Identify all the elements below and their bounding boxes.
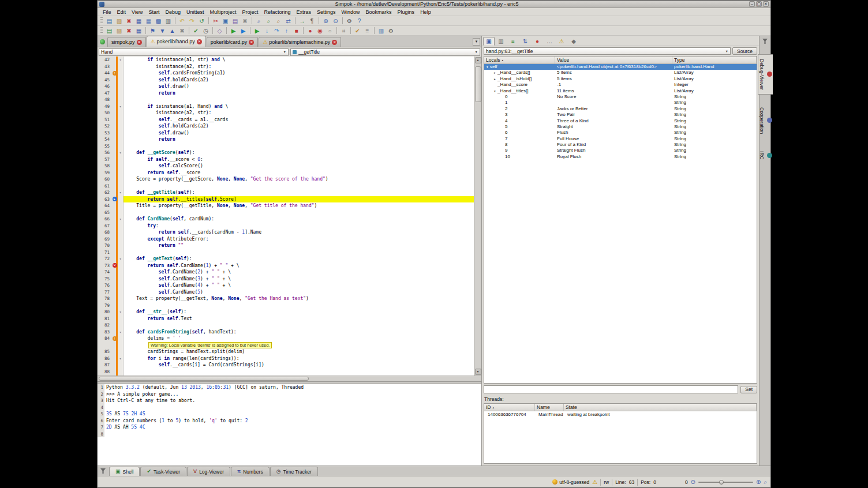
locals-row[interactable]: self<pokerlib.hand.Hand object at 0x7f63… (484, 64, 757, 70)
fold-margin[interactable] (118, 329, 124, 336)
print-button[interactable]: ▥ (163, 17, 173, 25)
menu-item-bookmarks[interactable]: Bookmarks (363, 9, 395, 16)
minimize-button[interactable] (749, 1, 755, 7)
close-tab-icon[interactable] (249, 40, 254, 45)
save-project-button[interactable]: ▦ (134, 27, 144, 35)
close-tab-icon[interactable] (197, 39, 202, 44)
bottom-tab-log-viewer[interactable]: VLog-Viewer (187, 467, 230, 476)
editor-tab-pokerlib-hand-py[interactable]: pokerlib/hand.py (147, 36, 206, 47)
menu-item-project[interactable]: Project (239, 9, 261, 16)
menu-item-plugins[interactable]: Plugins (395, 9, 418, 16)
menu-item-multiproject[interactable]: Multiproject (207, 9, 239, 16)
editor-line[interactable]: 68 return self.__cards[cardNum - 1].Name (98, 229, 474, 236)
zoom-slider[interactable] (698, 479, 753, 485)
editor-line[interactable]: 67 try: (98, 223, 474, 230)
delete-button[interactable]: ✖ (240, 17, 250, 25)
threads-column-name[interactable]: Name (535, 404, 564, 411)
editor-line[interactable]: 42 if isinstance(a1, str) and \ (98, 57, 474, 63)
locals-row[interactable]: 9Straight FlushString (484, 148, 757, 153)
editor-line[interactable]: 71 (98, 249, 474, 256)
sidebar-tab-irc[interactable]: IRC (758, 147, 773, 164)
maximize-button[interactable] (756, 1, 762, 7)
fold-margin[interactable] (118, 256, 124, 262)
value-input[interactable] (484, 385, 738, 393)
editor-line[interactable]: 52 self.holdCards(a2) (98, 123, 474, 130)
editor-line[interactable]: 88 (98, 369, 474, 376)
editor-line[interactable]: 51 self.__cards = a1.__cards (98, 117, 474, 123)
save-as-button[interactable]: ▦ (144, 17, 154, 25)
close-window-button[interactable] (763, 1, 769, 7)
sidebar-tab-debug-viewer[interactable]: Debug-Viewer (758, 54, 773, 95)
editor-line[interactable]: 82 (98, 322, 474, 329)
scroll-up-icon[interactable] (475, 57, 481, 63)
goto-brace-button[interactable]: ¶ (307, 17, 317, 25)
locals-column-type[interactable]: Type (672, 57, 757, 63)
prev-bookmark-button[interactable]: ▲ (167, 27, 177, 35)
toggle-breakpoint-button[interactable]: ● (305, 27, 315, 35)
editor-line[interactable]: 79 (98, 302, 474, 309)
bottom-tab-time-tracker[interactable]: ◷Time Tracker (270, 467, 318, 476)
undo-button[interactable]: ↶ (177, 17, 187, 25)
redo-button[interactable]: ↷ (187, 17, 197, 25)
editor-line[interactable]: 64 Title = property(__getTitle, None, No… (98, 202, 474, 209)
editor-line[interactable]: 76 self.CardName(4) + " " + \ (98, 282, 474, 289)
search-prev-button[interactable]: ⌕ (274, 17, 283, 25)
tab-list-button[interactable] (473, 38, 480, 46)
goto-line-button[interactable]: → (297, 17, 307, 25)
next-bookmark-button[interactable]: ▼ (158, 27, 167, 35)
collapse-icon[interactable] (492, 88, 497, 94)
scroll-down-icon[interactable] (475, 369, 481, 375)
bottom-tab-task-viewer[interactable]: ✔Task-Viewer (140, 467, 186, 476)
debug-script-button[interactable]: ▶ (238, 27, 248, 35)
save-button[interactable]: ▦ (134, 17, 144, 25)
revert-button[interactable]: ↺ (197, 17, 207, 25)
close-tab-icon[interactable] (332, 40, 337, 45)
editor-line[interactable]: 80 def __str__(self): (98, 309, 474, 316)
menu-item-file[interactable]: File (100, 9, 114, 16)
locals-row[interactable]: 0No ScoreString (484, 94, 757, 100)
filter-funnel-icon[interactable] (100, 468, 106, 474)
autocomplete-button[interactable]: ≡ (362, 27, 372, 35)
new-project-button[interactable]: ▤ (104, 27, 114, 35)
code-editor[interactable]: 42 if isinstance(a1, str) and \43 isinst… (98, 57, 474, 376)
toolbar-drag-handle[interactable] (100, 17, 103, 24)
locals-row[interactable]: 4Three of a KindString (484, 118, 757, 124)
locals-row[interactable]: 6FlushString (484, 130, 757, 136)
step-over-button[interactable]: ↷ (272, 27, 282, 35)
zoom-in-button[interactable]: ⊕ (321, 17, 331, 25)
menu-item-debug[interactable]: Debug (162, 9, 184, 16)
filter-funnel-icon[interactable] (762, 39, 768, 44)
menu-item-help[interactable]: Help (417, 9, 434, 16)
exceptions-tab[interactable]: ⚠ (556, 37, 567, 46)
threads-column-id[interactable]: ID (484, 404, 535, 411)
unittest-button[interactable]: ◇ (215, 27, 225, 35)
editor-tab-pokerlib-simplemachine-py[interactable]: pokerlib/simplemachine.py (259, 37, 341, 47)
editor-line[interactable]: 45 self.holdCards(a2) (98, 77, 474, 84)
editor-line[interactable]: 83 def cardsFromString(self, handText): (98, 329, 474, 336)
editor-line[interactable]: 86 for i in range(len(cardStrings)): (98, 355, 474, 362)
open-project-button[interactable]: ▨ (114, 27, 124, 35)
search-button[interactable]: ⌕ (254, 17, 264, 25)
editor-line[interactable]: 57 if self.__score < 0: (98, 156, 474, 163)
editor-line[interactable]: 44 self.cardsFromString(a1) (98, 70, 474, 77)
call-stack-tab[interactable]: ≡ (507, 37, 519, 46)
editor-line[interactable]: 43 isinstance(a2, str): (98, 63, 474, 70)
menu-item-start[interactable]: Start (145, 9, 162, 16)
menu-item-edit[interactable]: Edit (114, 9, 129, 16)
syntax-check-button[interactable]: ✔ (191, 27, 201, 35)
editor-line[interactable]: 50 isinstance(a2, str): (98, 110, 474, 117)
add-bookmark-button[interactable]: ⚑ (148, 27, 158, 35)
disassembly-tab[interactable]: ◆ (568, 37, 579, 46)
fold-margin[interactable] (118, 103, 124, 110)
titlebar[interactable]: Simpok - /home/detlev/Development/Python… (98, 1, 770, 8)
locals-column-value[interactable]: Value (555, 57, 672, 63)
editor-line[interactable]: 59 return self.__score (98, 170, 474, 177)
stop-debug-button[interactable]: ■ (291, 27, 301, 35)
editor-line[interactable]: 72 def __getText(self): (98, 256, 474, 262)
locals-column-locals[interactable]: Locals (484, 57, 555, 63)
class-combo[interactable]: Hand (99, 48, 289, 56)
save-all-button[interactable]: ▩ (154, 17, 163, 25)
tools-button[interactable]: ⚙ (386, 27, 396, 35)
editor-line[interactable]: 53 self.draw() (98, 130, 474, 137)
source-button[interactable]: Source (732, 47, 757, 55)
